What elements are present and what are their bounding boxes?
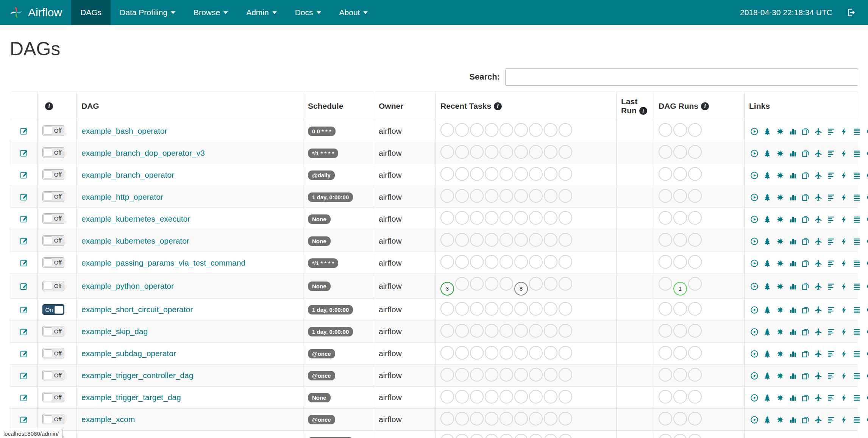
refresh-button[interactable]: [866, 394, 868, 402]
tree-view-link[interactable]: [763, 372, 771, 380]
refresh-button[interactable]: [866, 282, 868, 291]
task-tries-link[interactable]: [801, 372, 810, 380]
task-status-circle[interactable]: [659, 346, 672, 360]
graph-view-link[interactable]: [776, 328, 784, 336]
task-tries-link[interactable]: [801, 149, 810, 158]
task-tries-link[interactable]: [801, 237, 810, 246]
task-status-circle[interactable]: [544, 412, 557, 425]
code-view-link[interactable]: [840, 259, 848, 267]
pause-toggle[interactable]: Off: [42, 125, 64, 136]
gantt-link[interactable]: [827, 372, 835, 380]
task-status-circle[interactable]: [440, 324, 454, 338]
task-duration-link[interactable]: [789, 215, 797, 224]
logs-link[interactable]: [853, 127, 861, 136]
refresh-button[interactable]: [866, 372, 868, 380]
task-tries-link[interactable]: [801, 394, 810, 402]
info-icon[interactable]: i: [494, 102, 502, 110]
gantt-link[interactable]: [827, 350, 835, 358]
logs-link[interactable]: [853, 306, 861, 314]
task-status-circle[interactable]: [455, 368, 469, 382]
graph-view-link[interactable]: [776, 282, 784, 291]
tree-view-link[interactable]: [763, 149, 771, 158]
landing-times-link[interactable]: [814, 149, 823, 158]
landing-times-link[interactable]: [814, 259, 823, 267]
task-status-circle[interactable]: [470, 434, 484, 438]
task-tries-link[interactable]: [801, 171, 810, 180]
task-status-circle[interactable]: [514, 390, 528, 404]
task-status-circle[interactable]: [485, 390, 498, 404]
gantt-link[interactable]: [827, 306, 835, 314]
task-status-circle[interactable]: [544, 189, 557, 203]
task-status-circle[interactable]: [688, 302, 702, 316]
task-status-circle[interactable]: [455, 255, 469, 269]
task-status-circle[interactable]: [455, 434, 469, 438]
tree-view-link[interactable]: [763, 193, 771, 202]
task-status-circle[interactable]: [455, 346, 469, 360]
code-view-link[interactable]: [840, 328, 848, 336]
task-status-circle[interactable]: [440, 302, 454, 316]
task-status-circle[interactable]: [455, 233, 469, 247]
gantt-link[interactable]: [827, 394, 835, 402]
edit-dag-button[interactable]: [15, 192, 33, 201]
logs-link[interactable]: [853, 193, 861, 202]
gantt-link[interactable]: [827, 149, 835, 158]
edit-dag-button[interactable]: [15, 127, 33, 135]
task-duration-link[interactable]: [789, 282, 797, 291]
gantt-link[interactable]: [827, 215, 835, 224]
pause-toggle[interactable]: Off: [42, 281, 64, 291]
task-status-circle[interactable]: [500, 324, 513, 338]
schedule-badge[interactable]: 0 0 * * *: [308, 127, 336, 136]
task-status-circle[interactable]: [514, 123, 528, 137]
task-status-circle[interactable]: [659, 434, 672, 438]
dag-link[interactable]: example_trigger_target_dag: [81, 393, 181, 402]
task-status-circle[interactable]: [673, 302, 687, 316]
schedule-badge[interactable]: None: [308, 214, 331, 224]
task-status-circle[interactable]: [544, 277, 557, 291]
code-view-link[interactable]: [840, 149, 848, 158]
task-duration-link[interactable]: [789, 328, 797, 336]
schedule-badge[interactable]: None: [308, 282, 331, 291]
tree-view-link[interactable]: [763, 282, 771, 291]
task-status-circle[interactable]: [688, 167, 702, 181]
task-status-circle[interactable]: [659, 390, 672, 404]
code-view-link[interactable]: [840, 372, 848, 380]
task-status-circle[interactable]: [529, 167, 543, 181]
nav-item-admin[interactable]: Admin: [237, 0, 286, 25]
task-status-circle[interactable]: [500, 189, 513, 203]
pause-toggle[interactable]: Off: [42, 348, 64, 358]
pause-toggle[interactable]: Off: [42, 147, 64, 158]
task-status-circle[interactable]: [659, 412, 672, 425]
task-status-circle[interactable]: [514, 346, 528, 360]
task-status-circle[interactable]: [485, 189, 498, 203]
task-status-circle[interactable]: [559, 390, 572, 404]
task-status-circle[interactable]: [544, 368, 557, 382]
refresh-button[interactable]: [866, 127, 868, 136]
trigger-dag-button[interactable]: [750, 328, 759, 336]
task-status-circle[interactable]: [514, 368, 528, 382]
dag-link[interactable]: example_short_circuit_operator: [81, 305, 193, 314]
task-duration-link[interactable]: [789, 394, 797, 402]
task-status-circle[interactable]: [500, 255, 513, 269]
edit-dag-button[interactable]: [15, 327, 33, 336]
task-status-circle[interactable]: [485, 211, 498, 225]
code-view-link[interactable]: [840, 350, 848, 358]
graph-view-link[interactable]: [776, 350, 784, 358]
task-status-circle[interactable]: [470, 390, 484, 404]
schedule-badge[interactable]: @once: [308, 415, 335, 424]
task-status-circle[interactable]: [470, 145, 484, 159]
trigger-dag-button[interactable]: [750, 306, 759, 314]
task-status-circle[interactable]: [485, 255, 498, 269]
task-status-circle[interactable]: [455, 277, 469, 291]
task-status-circle[interactable]: [470, 277, 484, 291]
dag-link[interactable]: example_kubernetes_operator: [81, 236, 189, 245]
edit-dag-button[interactable]: [15, 349, 33, 358]
task-status-circle[interactable]: [659, 277, 672, 291]
edit-dag-button[interactable]: [15, 305, 33, 314]
task-status-circle[interactable]: [470, 412, 484, 425]
trigger-dag-button[interactable]: [750, 193, 759, 202]
task-status-circle[interactable]: [688, 189, 702, 203]
task-status-circle[interactable]: [659, 123, 672, 137]
landing-times-link[interactable]: [814, 372, 823, 380]
trigger-dag-button[interactable]: [750, 259, 759, 267]
tree-view-link[interactable]: [763, 215, 771, 224]
